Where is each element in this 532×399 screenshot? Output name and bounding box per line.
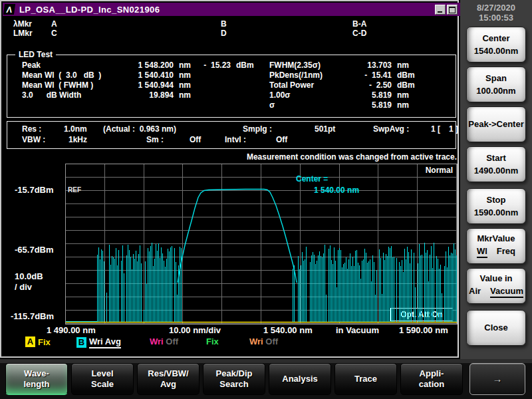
softkey-mkrvalue[interactable]: MkrValueWlFreq [466, 228, 526, 264]
softkey-span[interactable]: Span100.00nm [466, 66, 526, 102]
legend-trace-2[interactable]: Wri Off [150, 336, 178, 346]
res-segment: Res : [22, 124, 41, 134]
menu-peak-dipsearch[interactable]: Peak/DipSearch [203, 363, 265, 395]
legend-trace-b[interactable]: BWri Avg [76, 336, 121, 348]
level-marker-label: LMkr [13, 29, 33, 38]
legend-trace-a[interactable]: AFix [25, 336, 51, 347]
window-title: LP_OSA__LD-PD_Inc_SN021906 [19, 5, 160, 15]
analysis-unit: nm [397, 61, 409, 70]
softkey-options: WlFreq [477, 247, 515, 258]
x-label-div: 10.00 nm/div [169, 325, 221, 335]
trace-badge: A [25, 336, 35, 347]
spectrum-trace-svg [66, 164, 457, 324]
legend-label: Fix [38, 337, 51, 347]
maximize-icon[interactable] [447, 5, 458, 15]
res-segment: 1kHz [68, 135, 87, 144]
lambda-marker-label: λMkr [13, 19, 32, 29]
softkey-panel: 8/27/2020 15:00:53 Center1540.00nmSpan10… [460, 0, 532, 359]
analysis-unit: nm [179, 90, 191, 100]
analysis-row: PkDens(/1nm)- 15.41dBm [269, 70, 415, 80]
softkey-line1: Stop [487, 196, 506, 205]
res-segment: Intvl : [225, 135, 246, 144]
menu-label-line: Appli- [420, 368, 444, 379]
res-segment: Off [276, 135, 287, 144]
res-segment: Sm : [146, 135, 164, 144]
menu-label-line: Avg [160, 379, 176, 390]
legend-label: Wri Off [150, 336, 178, 346]
res-segment: 1 [ [431, 124, 440, 134]
softkey-line1: Close [484, 323, 507, 332]
softkey-option-air[interactable]: Air [469, 287, 481, 298]
softkey-value-in[interactable]: Value inAirVacuum [466, 268, 526, 304]
legend-trace-3[interactable]: Fix [206, 336, 219, 346]
softkey-close[interactable]: Close [466, 310, 526, 346]
legend-label-part: Wri [249, 336, 265, 346]
menu-label-line: cation [419, 379, 444, 390]
menu-res-vbw-avg[interactable]: Res/VBW/Avg [137, 363, 200, 395]
spectrum-plot: REF Normal Center = 1 540.00 nm Opt. Att… [65, 164, 458, 325]
analysis-label: σ [269, 100, 350, 110]
analysis-label: Peak [22, 61, 127, 70]
analysis-label: Mean Wl ( FWHM ) [22, 80, 127, 90]
analysis-value-2: - 15.23 [199, 61, 231, 70]
analysis-row: Peak1 548.200nm- 15.23dBm [22, 61, 254, 70]
osa-screen: Λ LP_OSA__LD-PD_Inc_SN021906 λMkr A B B-… [0, 0, 532, 399]
legend-label-part: Wri Avg [89, 336, 121, 346]
softkey-line2: 1590.00nm [474, 208, 519, 217]
analysis-value: 1 540.944 [127, 80, 174, 90]
menu-trace[interactable]: Trace [334, 363, 397, 395]
softkey-stop[interactable]: Stop1590.00nm [466, 188, 526, 224]
menu-label-line: Search [219, 379, 248, 390]
y-label-ref-level: -15.7dBm [15, 185, 54, 195]
analysis-value: 5.819 [350, 100, 392, 110]
analysis-row: FWHM(2.35σ)13.703nm [269, 61, 415, 70]
menu-wave-length[interactable]: Wave-length [5, 363, 68, 395]
softkey-line1: Center [482, 34, 509, 43]
softkey-option-vacuum[interactable]: Vacuum [490, 287, 523, 298]
res-segment: 1.0nm [64, 124, 87, 134]
legend-label: Fix [206, 336, 219, 346]
res-segment: SwpAvg : [373, 124, 409, 134]
analysis-row: 1.00σ5.819nm [269, 90, 415, 100]
analysis-unit: nm [179, 61, 191, 70]
analysis-value: 1 548.200 [127, 61, 174, 70]
menu-analysis[interactable]: Analysis [269, 363, 331, 395]
softkey-peak-center[interactable]: Peak->Center [466, 106, 526, 142]
x-label-center: 1 540.00 nm [263, 325, 313, 335]
marker-b-a-label: B-A [352, 19, 366, 29]
minimize-icon[interactable] [435, 5, 446, 15]
analysis-label: 3.0 dB Width [22, 90, 127, 100]
trace-legend: AFixBWri AvgWri OffFixWri Off [1, 336, 460, 350]
datetime-display: 8/27/2020 15:00:53 [460, 3, 532, 23]
softkey-option-freq[interactable]: Freq [497, 247, 515, 258]
menu-label-line: length [24, 379, 50, 390]
trace-badge: B [76, 337, 86, 348]
analysis-unit-2: dBm [236, 61, 254, 70]
menu-appli-cation[interactable]: Appli-cation [400, 363, 463, 395]
softkey-center[interactable]: Center1540.00nm [466, 27, 526, 63]
led-test-title: LED Test [15, 50, 56, 59]
menu-more-arrow-icon[interactable]: → [469, 363, 525, 395]
marker-b-label: B [221, 19, 227, 29]
menu-levelscale[interactable]: LevelScale [71, 363, 134, 395]
softkey-option-wl[interactable]: Wl [477, 247, 487, 258]
trace-b-noise-floor [97, 243, 456, 321]
menu-label-line: Analysis [282, 374, 317, 384]
legend-trace-4[interactable]: Wri Off [249, 336, 278, 346]
analysis-value: 5.819 [350, 90, 392, 100]
menu-label-line: Trace [354, 374, 377, 384]
legend-label-part: Wri [150, 336, 166, 346]
analysis-row: σ5.819nm [269, 100, 415, 110]
menu-label-line: Res/VBW/ [148, 368, 188, 379]
res-segment: Smplg : [243, 124, 272, 134]
analysis-label: Total Power [269, 80, 350, 90]
softkey-start[interactable]: Start1490.00nm [466, 146, 526, 182]
analysis-unit: nm [397, 90, 409, 100]
measurement-notice: Measurement condition was changed from a… [191, 152, 457, 162]
res-segment: 1 ] [449, 124, 458, 134]
y-label-scale-div: / div [15, 282, 32, 292]
res-segment: 501pt [315, 124, 335, 134]
date-text: 8/27/2020 [460, 3, 532, 13]
analysis-unit: nm [397, 100, 409, 110]
softkey-line1: Value in [479, 274, 512, 283]
